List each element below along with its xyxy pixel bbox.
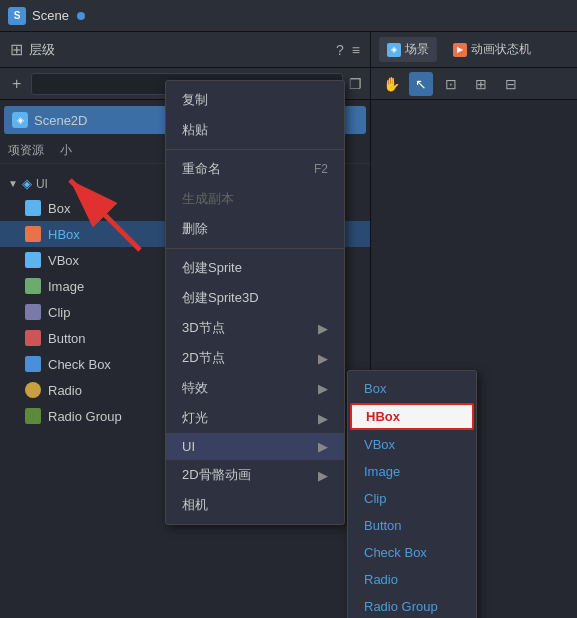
lights-label: 灯光 [182,409,208,427]
menu-item-2d-node[interactable]: 2D节点 ▶ [166,343,344,373]
animation-tab[interactable]: ▶ 动画状态机 [445,37,539,62]
copy-button[interactable]: ❐ [349,76,362,92]
rename-shortcut: F2 [314,162,328,176]
lights-arrow: ▶ [318,411,328,426]
title-text: Scene [32,8,69,23]
submenu-item-image[interactable]: Image [348,458,476,485]
animation-tab-icon: ▶ [453,43,467,57]
title-bar: S Scene [0,0,577,32]
menu-item-skeleton[interactable]: 2D骨骼动画 ▶ [166,460,344,490]
skeleton-label: 2D骨骼动画 [182,466,251,484]
submenu-item-vbox[interactable]: VBox [348,431,476,458]
vbox-icon [24,251,42,269]
menu-item-rename[interactable]: 重命名 F2 [166,154,344,184]
menu-item-3d-node[interactable]: 3D节点 ▶ [166,313,344,343]
rotate-tool-button[interactable]: ⊞ [469,72,493,96]
separator-2 [166,248,344,249]
menu-item-paste[interactable]: 粘贴 [166,115,344,145]
ui-section-label: UI [36,177,48,191]
submenu-item-radiogroup[interactable]: Radio Group [348,593,476,618]
image-icon [24,277,42,295]
separator-1 [166,149,344,150]
image-label: Image [48,279,84,294]
radio-icon [24,381,42,399]
section-arrow: ▼ [8,178,18,189]
ui-arrow: ▶ [318,439,328,454]
radiogroup-icon [24,407,42,425]
copy-label: 复制 [182,91,208,109]
menu-item-ui[interactable]: UI ▶ [166,433,344,460]
create-sprite-label: 创建Sprite [182,259,242,277]
panel-title: 层级 [29,41,336,59]
context-menu: 复制 粘贴 重命名 F2 生成副本 删除 创建Sprite 创建Sprite3D… [165,80,345,525]
submenu-item-checkbox[interactable]: Check Box [348,539,476,566]
hbox-icon [24,225,42,243]
animation-tab-label: 动画状态机 [471,41,531,58]
help-button[interactable]: ? [336,42,344,58]
submenu-item-hbox[interactable]: HBox [350,403,474,430]
radio-label: Radio [48,383,82,398]
box-icon [24,199,42,217]
button-label: Button [48,331,86,346]
submenu-item-radio[interactable]: Radio [348,566,476,593]
camera-label: 相机 [182,496,208,514]
3d-node-arrow: ▶ [318,321,328,336]
hbox-label: HBox [48,227,80,242]
menu-item-camera[interactable]: 相机 [166,490,344,520]
panel-header: ⊞ 层级 ? ≡ [0,32,370,68]
scale-tool-button[interactable]: ⊟ [499,72,523,96]
title-dot [77,12,85,20]
scene-tab-label: 场景 [405,41,429,58]
add-node-button[interactable]: + [8,73,25,95]
menu-item-lights[interactable]: 灯光 ▶ [166,403,344,433]
right-toolbar: ✋ ↖ ⊡ ⊞ ⊟ [371,68,577,100]
menu-item-effects[interactable]: 特效 ▶ [166,373,344,403]
skeleton-arrow: ▶ [318,468,328,483]
radiogroup-label: Radio Group [48,409,122,424]
effects-arrow: ▶ [318,381,328,396]
menu-item-create-sprite[interactable]: 创建Sprite [166,253,344,283]
panel-header-actions: ? ≡ [336,42,360,58]
menu-item-delete[interactable]: 删除 [166,214,344,244]
ui-submenu: Box HBox VBox Image Clip Button Check Bo… [347,370,477,618]
2d-node-arrow: ▶ [318,351,328,366]
submenu-item-button[interactable]: Button [348,512,476,539]
delete-label: 删除 [182,220,208,238]
menu-item-duplicate[interactable]: 生成副本 [166,184,344,214]
checkbox-label: Check Box [48,357,111,372]
3d-node-label: 3D节点 [182,319,225,337]
select-tool-button[interactable]: ↖ [409,72,433,96]
favorites-tab[interactable]: 小 [60,142,72,159]
project-resources-tab[interactable]: 项资源 [8,142,44,159]
move-tool-button[interactable]: ⊡ [439,72,463,96]
layers-icon: ⊞ [10,40,23,59]
scene2d-label: Scene2D [34,113,87,128]
rename-label: 重命名 [182,160,221,178]
menu-item-copy[interactable]: 复制 [166,85,344,115]
vbox-label: VBox [48,253,79,268]
duplicate-label: 生成副本 [182,190,234,208]
ui-label: UI [182,439,195,454]
scene-tab[interactable]: ◈ 场景 [379,37,437,62]
submenu-item-clip[interactable]: Clip [348,485,476,512]
app-icon: S [8,7,26,25]
menu-button[interactable]: ≡ [352,42,360,58]
main-area: ⊞ 层级 ? ≡ + ❐ ◈ Scene2D 项资源 小 [0,32,577,618]
create-sprite3d-label: 创建Sprite3D [182,289,259,307]
scene-tab-icon: ◈ [387,43,401,57]
button-icon [24,329,42,347]
scene2d-icon: ◈ [12,112,28,128]
effects-label: 特效 [182,379,208,397]
ui-section-icon: ◈ [22,176,32,191]
hand-tool-button[interactable]: ✋ [379,72,403,96]
paste-label: 粘贴 [182,121,208,139]
menu-item-create-sprite3d[interactable]: 创建Sprite3D [166,283,344,313]
right-panel-header: ◈ 场景 ▶ 动画状态机 [371,32,577,68]
checkbox-icon [24,355,42,373]
box-label: Box [48,201,70,216]
clip-icon [24,303,42,321]
2d-node-label: 2D节点 [182,349,225,367]
clip-label: Clip [48,305,70,320]
submenu-item-box[interactable]: Box [348,375,476,402]
